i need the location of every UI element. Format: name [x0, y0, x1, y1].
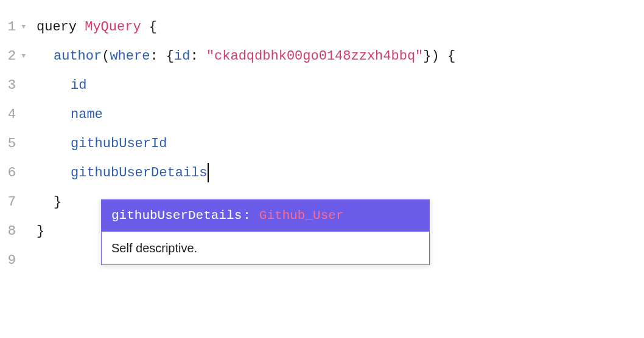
autocomplete-item-name: githubUserDetails — [111, 206, 242, 226]
gutter-line: 1 ▼ — [0, 12, 26, 41]
paren-open: ( — [102, 46, 110, 66]
autocomplete-description: Self descriptive. — [102, 232, 429, 264]
brace-close: } — [54, 192, 61, 212]
gutter: 1 ▼ 2 ▼ 3 4 5 6 7 8 — [0, 12, 37, 275]
code-line[interactable]: githubUserId — [37, 129, 644, 158]
fold-marker-icon[interactable]: ▼ — [19, 51, 26, 61]
line-number: 7 — [8, 192, 16, 212]
query-name: MyQuery — [85, 17, 141, 37]
brace-open: { — [141, 17, 157, 37]
paren-close: ) — [432, 46, 439, 66]
code-line[interactable]: name — [37, 100, 644, 129]
gutter-line: 8 — [0, 216, 26, 246]
fold-marker-icon[interactable]: ▼ — [19, 22, 26, 32]
field-id: id — [71, 75, 86, 95]
code-editor[interactable]: 1 ▼ 2 ▼ 3 4 5 6 7 8 — [0, 0, 644, 287]
brace-close: } — [423, 46, 431, 66]
string-literal: "ckadqdbhk00go0148zzxh4bbq" — [206, 46, 423, 66]
gutter-line: 2 ▼ — [0, 41, 26, 71]
gutter-line: 6 — [0, 158, 26, 187]
brace-close: } — [37, 221, 44, 241]
text-cursor — [208, 163, 209, 182]
brace-open: { — [439, 46, 455, 66]
line-number: 2 — [8, 46, 16, 66]
gutter-line: 3 — [0, 71, 26, 100]
gutter-line: 9 — [0, 246, 26, 275]
gutter-line: 7 — [0, 187, 26, 216]
autocomplete-popup: githubUserDetails:Github_User Self descr… — [101, 199, 430, 265]
line-number: 9 — [8, 250, 16, 271]
code-line[interactable]: githubUserDetails — [37, 158, 644, 187]
autocomplete-item-type: Github_User — [259, 206, 344, 226]
code-line[interactable]: id — [37, 71, 644, 100]
autocomplete-item-colon: : — [243, 206, 251, 226]
arg-where: where — [110, 46, 150, 66]
colon: : — [190, 46, 198, 66]
line-number: 5 — [8, 134, 16, 154]
gutter-line: 5 — [0, 129, 26, 158]
keyword-query: query — [37, 17, 77, 37]
field-author: author — [54, 46, 102, 66]
field-name: name — [71, 105, 103, 125]
code-area[interactable]: query MyQuery { author(where: {id: "ckad… — [37, 12, 644, 275]
line-number: 1 — [8, 17, 16, 37]
line-number: 4 — [8, 105, 16, 125]
field-githubuserid: githubUserId — [71, 134, 167, 154]
gutter-line: 4 — [0, 100, 26, 129]
arg-id: id — [174, 46, 190, 66]
code-line[interactable]: query MyQuery { — [37, 12, 644, 41]
colon: : — [150, 46, 158, 66]
brace-open: { — [158, 46, 174, 66]
code-line[interactable]: author(where: {id: "ckadqdbhk00go0148zzx… — [37, 41, 644, 71]
line-number: 6 — [8, 163, 16, 183]
line-number: 8 — [8, 221, 16, 241]
field-githubuserdetails: githubUserDetails — [71, 163, 207, 183]
line-number: 3 — [8, 75, 16, 95]
autocomplete-item[interactable]: githubUserDetails:Github_User — [102, 200, 429, 232]
